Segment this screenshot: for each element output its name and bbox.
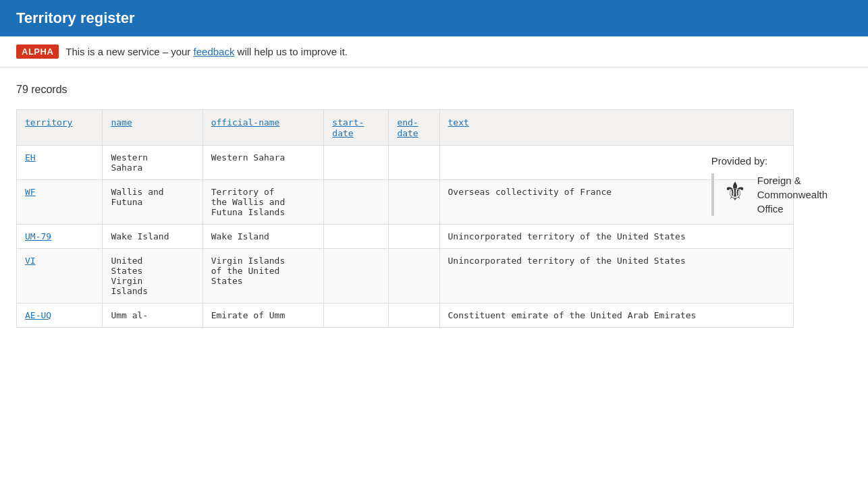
main-content: 79 records Provided by: ⚜ Foreign &Commo… <box>0 67 810 344</box>
cell-official-name: Emirate of Umm <box>202 304 324 328</box>
table-row: EHWestern SaharaWestern Sahara <box>17 146 794 180</box>
cell-official-name: Wake Island <box>202 225 324 249</box>
cell-text: Constituent emirate of the United Arab E… <box>439 304 793 328</box>
cell-name: Wake Island <box>103 225 202 249</box>
cell-start-date <box>324 180 389 225</box>
org-name: Foreign &CommonwealthOffice <box>757 173 828 216</box>
header-text: text <box>439 110 793 146</box>
cell-territory: EH <box>17 146 103 180</box>
site-header: Territory register <box>0 0 868 36</box>
sort-text[interactable]: text <box>448 117 469 127</box>
provided-by-section: Provided by: ⚜ Foreign &CommonwealthOffi… <box>711 155 828 216</box>
header-start-date: start-date <box>324 110 389 146</box>
crest-icon: ⚜ <box>722 175 749 208</box>
territory-link[interactable]: AE-UQ <box>25 310 51 320</box>
table-row: UM-79Wake IslandWake IslandUnincorporate… <box>17 225 794 249</box>
cell-official-name: Virgin Islands of the United States <box>202 249 324 304</box>
territory-table: territory name official-name start-date … <box>16 109 794 328</box>
cell-name: Western Sahara <box>103 146 202 180</box>
alpha-badge: ALPHA <box>16 45 59 59</box>
cell-start-date <box>324 146 389 180</box>
cell-end-date <box>389 225 439 249</box>
alpha-banner: ALPHA This is a new service – your feedb… <box>0 36 868 67</box>
cell-start-date <box>324 249 389 304</box>
territory-link[interactable]: WF <box>25 187 36 197</box>
page-title: Territory register <box>16 9 135 26</box>
header-territory: territory <box>17 110 103 146</box>
cell-name: United States Virgin Islands <box>103 249 202 304</box>
cell-territory: UM-79 <box>17 225 103 249</box>
territory-link[interactable]: EH <box>25 152 36 163</box>
sort-territory[interactable]: territory <box>25 117 72 127</box>
table-row: VIUnited States Virgin IslandsVirgin Isl… <box>17 249 794 304</box>
cell-end-date <box>389 180 439 225</box>
sort-official-name[interactable]: official-name <box>211 117 280 127</box>
header-official-name: official-name <box>202 110 324 146</box>
cell-official-name: Western Sahara <box>202 146 324 180</box>
territory-link[interactable]: UM-79 <box>25 231 51 241</box>
table-row: AE-UQUmm al-Emirate of UmmConstituent em… <box>17 304 794 328</box>
table-header-row: territory name official-name start-date … <box>17 110 794 146</box>
cell-end-date <box>389 304 439 328</box>
sort-start-date[interactable]: start-date <box>332 117 364 138</box>
cell-start-date <box>324 225 389 249</box>
cell-end-date <box>389 146 439 180</box>
header-name: name <box>103 110 202 146</box>
cell-territory: VI <box>17 249 103 304</box>
territory-link[interactable]: VI <box>25 256 36 266</box>
records-count: 79 records <box>16 84 794 96</box>
provided-by-content: ⚜ Foreign &CommonwealthOffice <box>711 173 828 216</box>
cell-territory: WF <box>17 180 103 225</box>
sort-end-date[interactable]: end-date <box>397 117 418 138</box>
cell-text: Unincorporated territory of the United S… <box>439 249 793 304</box>
cell-name: Wallis and Futuna <box>103 180 202 225</box>
table-row: WFWallis and FutunaTerritory of the Wall… <box>17 180 794 225</box>
sort-name[interactable]: name <box>111 117 132 127</box>
provided-by-label: Provided by: <box>711 155 828 167</box>
header-end-date: end-date <box>389 110 439 146</box>
cell-name: Umm al- <box>103 304 202 328</box>
cell-official-name: Territory of the Wallis and Futuna Islan… <box>202 180 324 225</box>
cell-end-date <box>389 249 439 304</box>
cell-territory: AE-UQ <box>17 304 103 328</box>
feedback-link[interactable]: feedback <box>194 46 235 57</box>
cell-start-date <box>324 304 389 328</box>
svg-text:⚜: ⚜ <box>724 177 747 205</box>
alpha-message: This is a new service – your feedback wi… <box>65 46 348 57</box>
cell-text: Unincorporated territory of the United S… <box>439 225 793 249</box>
